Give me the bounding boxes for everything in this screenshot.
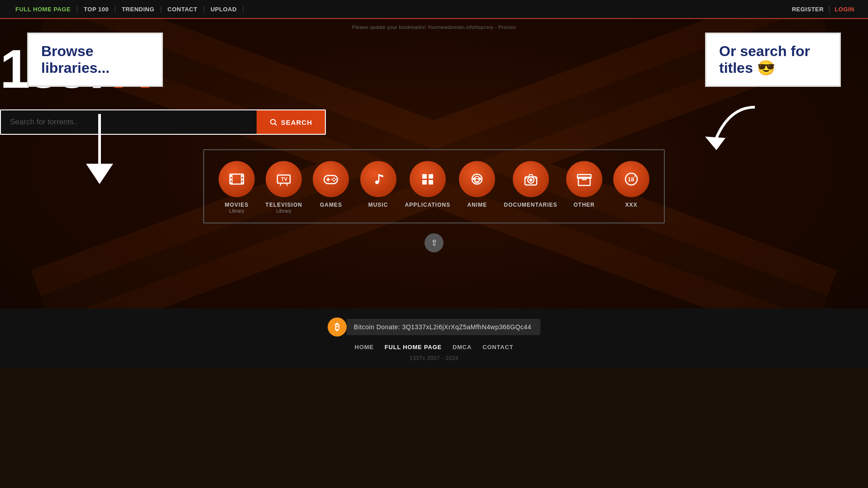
- top-navigation: FULL HOME PAGE TOP 100 TRENDING CONTACT …: [0, 0, 868, 19]
- bitcoin-donate-bar: ₿ Bitcoin Donate: 3Q1337xL2i6jXrXqZ5aMfh…: [0, 317, 868, 336]
- copyright-text: 1337x 2007 - 2024: [0, 355, 868, 361]
- search-button[interactable]: SEARCH: [257, 110, 325, 134]
- search-button-label: SEARCH: [281, 118, 312, 126]
- category-documentaries[interactable]: DOCUMENTARIES: [504, 161, 557, 208]
- svg-rect-34: [429, 180, 433, 185]
- category-xxx[interactable]: 18 + XXX: [611, 161, 652, 208]
- category-xxx-label: XXX: [625, 202, 637, 208]
- svg-marker-7: [705, 137, 725, 150]
- category-movies[interactable]: MOVIES Library: [216, 161, 257, 213]
- nav-upload[interactable]: UPLOAD: [204, 6, 243, 13]
- callout-left: Browse libraries...: [27, 33, 163, 87]
- category-movies-sublabel: Library: [229, 208, 244, 213]
- svg-point-41: [529, 179, 532, 182]
- nav-right: REGISTER | LOGIN: [787, 5, 859, 13]
- category-music-icon: [360, 161, 396, 197]
- footer: ₿ Bitcoin Donate: 3Q1337xL2i6jXrXqZ5aMfh…: [0, 308, 868, 369]
- svg-point-44: [535, 177, 537, 179]
- category-television-icon: TV: [266, 161, 302, 197]
- footer-links: HOME FULL HOME PAGE DMCA CONTACT: [0, 344, 868, 351]
- disclaimer-text: Please update your bookmarks! Yournewdom…: [352, 24, 516, 30]
- svg-point-30: [375, 180, 379, 184]
- category-anime-label: ANIME: [467, 202, 487, 208]
- svg-point-43: [525, 177, 527, 179]
- svg-rect-37: [473, 178, 476, 180]
- footer-dmca[interactable]: DMCA: [453, 344, 472, 351]
- nav-login[interactable]: LOGIN: [830, 6, 859, 13]
- hero-section: Please update your bookmarks! Yournewdom…: [0, 19, 868, 308]
- svg-point-28: [334, 180, 335, 182]
- footer-home[interactable]: HOME: [355, 344, 374, 351]
- category-applications[interactable]: APPLICATIONS: [405, 161, 450, 208]
- search-bar: SEARCH: [0, 109, 326, 135]
- svg-marker-6: [86, 164, 113, 184]
- scroll-up-section: ⇧: [0, 233, 868, 252]
- svg-rect-31: [422, 174, 427, 179]
- bitcoin-address[interactable]: Bitcoin Donate: 3Q1337xL2i6jXrXqZ5aMfhN4…: [347, 319, 540, 335]
- categories-section: MOVIES Library TV TELEVISION Library: [203, 149, 665, 223]
- arrow-left: [86, 114, 113, 188]
- category-documentaries-label: DOCUMENTARIES: [504, 202, 557, 208]
- category-applications-label: APPLICATIONS: [405, 202, 450, 208]
- svg-point-26: [334, 177, 335, 179]
- footer-contact[interactable]: CONTACT: [482, 344, 513, 351]
- category-games[interactable]: GAMES: [310, 161, 351, 208]
- category-games-label: GAMES: [320, 202, 342, 208]
- svg-line-9: [275, 123, 277, 125]
- nav-full-home-page[interactable]: FULL HOME PAGE: [9, 6, 77, 13]
- categories-grid: MOVIES Library TV TELEVISION Library: [203, 149, 665, 223]
- category-television-sublabel: Library: [276, 208, 291, 213]
- category-games-icon: [313, 161, 349, 197]
- svg-text:TV: TV: [281, 176, 288, 182]
- svg-rect-33: [422, 180, 427, 185]
- nav-top-100[interactable]: TOP 100: [77, 6, 115, 13]
- category-music[interactable]: MUSIC: [358, 161, 399, 208]
- svg-rect-46: [577, 175, 591, 178]
- arrow-right: [701, 103, 759, 154]
- category-applications-icon: [410, 161, 446, 197]
- svg-point-27: [335, 179, 337, 180]
- category-movies-label: MOVIES: [225, 202, 249, 208]
- svg-text:+: +: [634, 173, 636, 179]
- nav-contact[interactable]: CONTACT: [161, 6, 204, 13]
- category-movies-icon: [219, 161, 255, 197]
- callout-right-text: Or search for titles 😎: [719, 43, 827, 76]
- category-other[interactable]: OTHER: [564, 161, 605, 208]
- callout-right: Or search for titles 😎: [705, 33, 841, 87]
- category-anime[interactable]: ANIME: [457, 161, 497, 208]
- category-other-icon: [566, 161, 602, 197]
- category-television[interactable]: TV TELEVISION Library: [263, 161, 304, 213]
- search-input[interactable]: [1, 110, 257, 134]
- category-xxx-icon: 18 +: [613, 161, 649, 197]
- svg-rect-38: [478, 178, 481, 180]
- nav-trending[interactable]: TRENDING: [115, 6, 161, 13]
- scroll-up-button[interactable]: ⇧: [424, 233, 444, 252]
- category-anime-icon: [459, 161, 495, 197]
- nav-left: FULL HOME PAGE TOP 100 TRENDING CONTACT …: [9, 6, 243, 13]
- bitcoin-icon: ₿: [328, 317, 347, 336]
- callout-left-text: Browse libraries...: [41, 43, 149, 76]
- footer-full-home-page[interactable]: FULL HOME PAGE: [385, 344, 442, 351]
- category-other-label: OTHER: [573, 202, 595, 208]
- search-icon: [269, 118, 277, 126]
- category-music-label: MUSIC: [368, 202, 388, 208]
- svg-rect-32: [429, 174, 433, 179]
- category-documentaries-icon: [513, 161, 549, 197]
- svg-point-29: [332, 179, 334, 180]
- category-television-label: TELEVISION: [266, 202, 302, 208]
- nav-register[interactable]: REGISTER: [787, 6, 828, 13]
- svg-point-8: [271, 119, 276, 124]
